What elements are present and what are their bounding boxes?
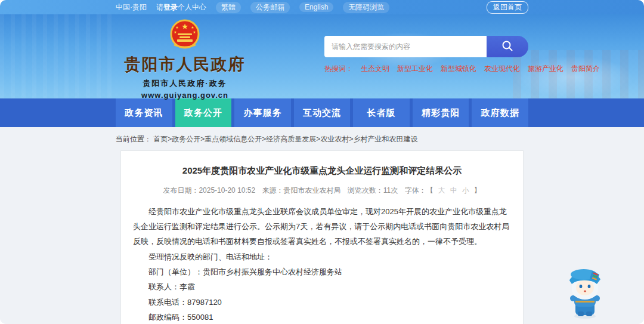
traditional-chinese-link[interactable]: 繁體 [216, 2, 241, 13]
hot-word-link[interactable]: 新型工业化 [397, 64, 433, 74]
postal-code: 邮政编码：550081 [133, 310, 511, 324]
official-mail-link[interactable]: 公务邮箱 [250, 2, 290, 13]
font-size-large-button[interactable]: 大 [438, 186, 445, 195]
cityscape-decoration [513, 50, 644, 98]
hot-search-label: 热搜词： [324, 64, 353, 74]
svg-text:★: ★ [175, 26, 178, 29]
article-title: 2025年度贵阳市农业产业化市级重点龙头企业运行监测和评定结果公示 [133, 164, 511, 178]
site-url: www.guiyang.gov.cn [141, 91, 228, 100]
site-subtitle: 贵阳市人民政府·政务 [143, 78, 227, 89]
site-header: ★ ★ ★ ★ ★ 贵阳市人民政府 贵阳市人民政府·政务 www.guiyang… [0, 14, 644, 98]
personal-center-link[interactable]: 个人中心 [178, 3, 206, 11]
svg-text:★: ★ [181, 22, 188, 31]
english-link[interactable]: English [299, 2, 333, 12]
article-meta: 发布日期：2025-10-20 10:52 来源：贵阳市农业农村局 浏览次数：1… [133, 186, 511, 196]
paragraph: 受理情况反映的部门、电话和地址： [133, 249, 511, 264]
breadcrumb-label: 当前位置： [116, 135, 151, 143]
main-content: 2025年度贵阳市农业产业化市级重点龙头企业运行监测和评定结果公示 发布日期：2… [0, 150, 644, 324]
site-title: 贵阳市人民政府 [125, 54, 246, 75]
search-icon [501, 39, 514, 54]
font-size-medium-button[interactable]: 中 [450, 186, 457, 195]
search-area: 热搜词： 生态文明 新型工业化 新型城镇化 农业现代化 旅游产业化 贵阳简介 [324, 14, 528, 98]
search-input[interactable] [324, 36, 487, 57]
login-link[interactable]: 请登录个人中心 [156, 2, 206, 13]
article-body: 经贵阳市农业产业化市级重点龙头企业联席会议成员单位审定，现对2025年开展的农业… [133, 204, 511, 324]
svg-text:★: ★ [191, 26, 194, 29]
nav-item-banshi-fuwu[interactable]: 办事服务 [234, 98, 291, 127]
nav-item-jingcai-guiyang[interactable]: 精彩贵阳 [413, 98, 469, 127]
publish-date: 发布日期：2025-10-20 10:52 [163, 186, 255, 195]
main-navigation: 政务资讯 政务公开 办事服务 互动交流 长者版 精彩贵阳 政府数据 [0, 98, 644, 127]
nav-item-zhengfu-shuju[interactable]: 政府数据 [472, 98, 528, 127]
paragraph: 经贵阳市农业产业化市级重点龙头企业联席会议成员单位审定，现对2025年开展的农业… [133, 204, 511, 249]
top-utility-bar: 中国·贵阳 请登录个人中心 繁體 公务邮箱 English 无障碍浏览 返回首页 [0, 0, 644, 14]
nav-item-zhangzheban[interactable]: 长者版 [353, 98, 410, 127]
font-size-small-button[interactable]: 小 [462, 186, 469, 195]
nav-item-zhengwu-zixun[interactable]: 政务资讯 [116, 98, 172, 127]
font-size-bracket-close: 】 [474, 186, 481, 195]
contact-department: 部门（单位）：贵阳市乡村振兴服务中心农村经济服务站 [133, 264, 511, 279]
browser-page: 中国·贵阳 请登录个人中心 繁體 公务邮箱 English 无障碍浏览 返回首页… [0, 0, 644, 324]
region-link[interactable]: 中国·贵阳 [116, 2, 147, 13]
view-count: 浏览次数：11次 [348, 186, 398, 195]
hot-word-link[interactable]: 生态文明 [361, 64, 389, 74]
svg-text:★: ★ [193, 30, 196, 34]
hot-word-link[interactable]: 贵阳简介 [571, 64, 600, 74]
breadcrumb[interactable]: 首页>政务公开>重点领域信息公开>经济高质量发展>农业农村>乡村产业和农田建设 [153, 135, 417, 143]
site-logo[interactable]: ★ ★ ★ ★ ★ 贵阳市人民政府 贵阳市人民政府·政务 www.guiyang… [116, 14, 254, 98]
breadcrumb-bar: 当前位置： 首页>政务公开>重点领域信息公开>经济高质量发展>农业农村>乡村产业… [0, 127, 644, 150]
national-emblem-icon: ★ ★ ★ ★ ★ [168, 19, 202, 53]
hot-word-link[interactable]: 农业现代化 [484, 64, 520, 74]
article-card: 2025年度贵阳市农业产业化市级重点龙头企业运行监测和评定结果公示 发布日期：2… [120, 150, 524, 324]
hot-search-row: 热搜词： 生态文明 新型工业化 新型城镇化 农业现代化 旅游产业化 贵阳简介 [324, 64, 528, 74]
login-prefix: 请 [156, 3, 163, 11]
article-source: 来源：贵阳市农业农村局 [262, 186, 340, 195]
contact-person: 联系人：李霞 [133, 279, 511, 294]
mascot-icon[interactable] [564, 267, 606, 320]
return-home-button[interactable]: 返回首页 [487, 1, 528, 14]
accessibility-link[interactable]: 无障碍浏览 [343, 2, 389, 13]
svg-text:★: ★ [174, 30, 177, 34]
contact-phone: 联系电话：87987120 [133, 295, 511, 310]
nav-item-zhengwu-gongkai[interactable]: 政务公开 [175, 98, 232, 127]
nav-item-hudong-jiaoliu[interactable]: 互动交流 [294, 98, 351, 127]
search-button[interactable] [487, 36, 528, 57]
hot-word-link[interactable]: 新型城镇化 [441, 64, 476, 74]
building-silhouette-decoration [0, 14, 113, 98]
font-size-label: 字体：【 [405, 186, 434, 195]
login-strong[interactable]: 登录 [163, 3, 178, 11]
hot-word-link[interactable]: 旅游产业化 [528, 64, 564, 74]
